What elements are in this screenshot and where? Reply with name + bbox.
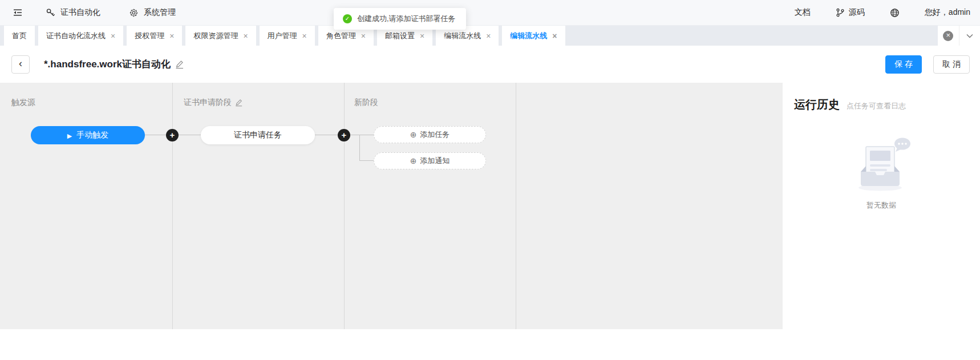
nav-item-cert-automation[interactable]: 证书自动化	[46, 7, 100, 18]
tab-label: 用户管理	[268, 31, 297, 41]
column-divider	[172, 83, 173, 329]
circle-plus-icon	[410, 130, 417, 139]
toast-message: 创建成功,请添加证书部署任务	[357, 14, 456, 24]
tab-label: 证书自动化流水线	[46, 31, 106, 41]
column-divider	[516, 83, 516, 329]
tab-label: 权限资源管理	[193, 31, 238, 41]
tab-close-icon[interactable]: ×	[243, 32, 248, 40]
add-notification-button[interactable]: 添加通知	[374, 152, 486, 169]
edit-title-button[interactable]	[175, 60, 184, 69]
trigger-node-manual[interactable]: 手动触发	[31, 126, 145, 144]
empty-state-text: 暂无数据	[794, 200, 969, 211]
play-icon	[67, 131, 72, 140]
add-notification-label: 添加通知	[420, 156, 449, 166]
trigger-node-label: 手动触发	[76, 130, 108, 140]
nav-item-system-management[interactable]: 系统管理	[129, 7, 176, 18]
task-node-label: 证书申请任务	[234, 130, 282, 140]
tab-1[interactable]: 证书自动化流水线×	[38, 26, 123, 46]
key-icon	[46, 8, 55, 18]
top-navbar: 证书自动化 系统管理 文档 源码	[0, 0, 980, 26]
tab-2[interactable]: 授权管理×	[127, 26, 182, 46]
tab-bar: 首页证书自动化流水线×授权管理×权限资源管理×用户管理×角色管理×邮箱设置×编辑…	[0, 26, 980, 46]
tab-label: 编辑流水线	[444, 31, 481, 41]
tab-bar-controls	[938, 26, 980, 46]
docs-link-label: 文档	[795, 7, 811, 18]
tab-label: 邮箱设置	[385, 31, 415, 41]
tab-close-icon[interactable]: ×	[552, 32, 557, 40]
nav-item-label: 系统管理	[144, 7, 176, 18]
tab-label: 编辑流水线	[510, 31, 547, 41]
tab-0[interactable]: 首页	[4, 26, 35, 46]
add-stage-button[interactable]	[338, 129, 350, 141]
tab-close-icon[interactable]: ×	[486, 32, 491, 40]
pipeline-canvas: 触发源 证书申请阶段 新阶段 手动触发 证书申请任务 添	[0, 83, 783, 329]
column-label-cert-stage: 证书申请阶段	[184, 98, 242, 108]
user-greeting[interactable]: 您好，admin	[925, 7, 970, 18]
column-label-trigger: 触发源	[11, 98, 35, 108]
cancel-button[interactable]: 取 消	[933, 55, 970, 74]
chevron-down-icon	[966, 34, 973, 38]
tab-close-icon[interactable]: ×	[169, 32, 174, 40]
save-button[interactable]: 保 存	[885, 55, 922, 74]
tab-label: 角色管理	[326, 31, 356, 41]
close-all-tabs-button[interactable]	[938, 26, 959, 46]
cert-request-task-node[interactable]: 证书申请任务	[201, 126, 315, 144]
tab-close-icon[interactable]: ×	[111, 32, 115, 40]
sidebar-collapse-button[interactable]	[11, 6, 24, 19]
column-label-text: 触发源	[11, 98, 35, 108]
edit-pencil-icon[interactable]	[235, 99, 242, 107]
docs-link[interactable]: 文档	[795, 7, 811, 18]
empty-state: 暂无数据	[794, 135, 969, 211]
add-stage-button[interactable]	[166, 129, 179, 141]
tab-close-icon[interactable]: ×	[420, 32, 424, 40]
globe-icon	[890, 8, 900, 18]
column-label-new-stage: 新阶段	[354, 98, 378, 108]
source-link-label: 源码	[849, 7, 865, 18]
gear-icon	[129, 8, 139, 18]
column-divider	[344, 83, 345, 329]
column-label-text: 证书申请阶段	[184, 98, 232, 108]
add-task-button[interactable]: 添加任务	[374, 126, 486, 143]
pipeline-title: *.handsfree.work证书自动化	[44, 58, 171, 71]
close-circle-icon	[943, 31, 953, 41]
nav-item-label: 证书自动化	[60, 7, 100, 18]
tab-4[interactable]: 用户管理×	[260, 26, 315, 46]
edit-pencil-icon	[175, 60, 184, 69]
tab-8-active[interactable]: 编辑流水线×	[502, 26, 565, 46]
user-greeting-label: 您好，admin	[925, 7, 970, 18]
empty-box-illustration	[847, 135, 916, 192]
main-area: 触发源 证书申请阶段 新阶段 手动触发 证书申请任务 添	[0, 83, 980, 360]
back-button[interactable]: ‹	[11, 55, 30, 74]
connector-branch-line	[359, 135, 360, 161]
tab-label: 首页	[12, 31, 27, 41]
run-history-panel: 运行历史 点任务可查看日志 暂无数据	[783, 83, 980, 360]
run-history-title: 运行历史	[794, 97, 840, 112]
toast-success: 创建成功,请添加证书部署任务	[334, 8, 466, 30]
add-task-label: 添加任务	[420, 130, 449, 140]
git-branch-icon	[836, 8, 844, 17]
tab-strip: 首页证书自动化流水线×授权管理×权限资源管理×用户管理×角色管理×邮箱设置×编辑…	[4, 26, 569, 46]
circle-plus-icon	[410, 156, 417, 165]
column-label-text: 新阶段	[354, 98, 378, 108]
run-history-hint: 点任务可查看日志	[847, 101, 906, 111]
language-button[interactable]	[890, 8, 900, 18]
source-code-link[interactable]: 源码	[836, 7, 865, 18]
collapse-menu-icon	[13, 7, 23, 18]
tab-close-icon[interactable]: ×	[361, 32, 366, 40]
tab-close-icon[interactable]: ×	[302, 32, 307, 40]
success-check-icon	[343, 14, 352, 23]
tab-3[interactable]: 权限资源管理×	[185, 26, 256, 46]
pipeline-editor-header: ‹ *.handsfree.work证书自动化 保 存 取 消	[0, 46, 980, 83]
tab-label: 授权管理	[135, 31, 164, 41]
tab-options-dropdown[interactable]	[959, 26, 980, 46]
connector-line	[359, 160, 374, 161]
